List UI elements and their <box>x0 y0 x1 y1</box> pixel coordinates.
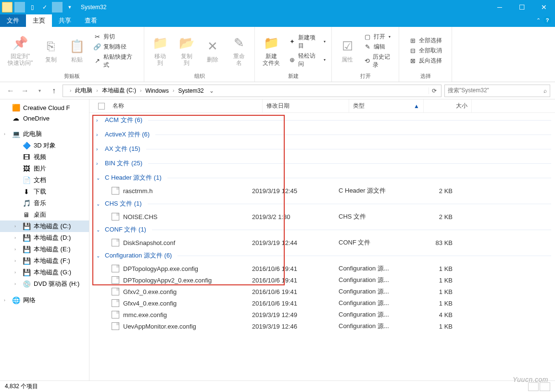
tree-item[interactable]: ☁OneDrive <box>0 113 89 123</box>
back-button[interactable]: ← <box>5 85 16 97</box>
tab-home[interactable]: 主页 <box>26 14 52 27</box>
view-details-button[interactable] <box>528 382 539 391</box>
tree-item[interactable]: ›💾本地磁盘 (G:) <box>0 267 89 278</box>
tree-item-label: 本地磁盘 (E:) <box>34 245 71 254</box>
tree-item-label: 图片 <box>34 164 46 173</box>
tree-item[interactable]: 🖼图片 <box>0 163 89 174</box>
recent-dropdown[interactable]: ▾ <box>34 85 45 97</box>
nav-tree[interactable]: 🟧Creative Cloud F☁OneDrive›💻此电脑🔷3D 对象🎞视频… <box>0 99 89 380</box>
view-icons-button[interactable] <box>540 382 550 391</box>
tree-item[interactable]: ›💾本地磁盘 (F:) <box>0 255 89 267</box>
group-header[interactable]: ⌄Configuration 源文件 (6) <box>89 248 555 263</box>
maximize-button[interactable]: ☐ <box>511 0 533 14</box>
group-header[interactable]: ›ActiveX 控件 (6) <box>89 127 555 142</box>
qat-item[interactable]: ✓ <box>39 2 50 12</box>
select-all-checkbox[interactable] <box>98 103 105 110</box>
qat-dropdown[interactable]: ▼ <box>64 2 75 12</box>
edit-icon: ✎ <box>364 43 371 50</box>
group-header[interactable]: ›AX 文件 (15) <box>89 142 555 156</box>
group-header[interactable]: ⌄CONF 文件 (1) <box>89 222 555 237</box>
tree-item[interactable]: 🔷3D 对象 <box>0 140 89 151</box>
group-header[interactable]: ⌄C Header 源文件 (1) <box>89 171 555 185</box>
file-icon <box>112 311 119 318</box>
tree-item-icon: 🎵 <box>22 199 31 207</box>
file-row[interactable]: UevAppMonitor.exe.config2019/3/19 12:46C… <box>89 320 555 332</box>
file-icon <box>112 213 119 220</box>
copyto-button[interactable]: 📂复制到 <box>175 34 198 68</box>
file-row[interactable]: rasctrnm.h2019/3/19 12:45C Header 源文件2 K… <box>89 185 555 196</box>
tree-item[interactable]: 📄文档 <box>0 174 89 186</box>
file-row[interactable]: DPTopologyApp.exe.config2016/10/6 19:41C… <box>89 263 555 274</box>
rename-button[interactable]: ✎重命名 <box>227 34 251 68</box>
tree-item-icon: 💾 <box>22 234 31 242</box>
tree-item[interactable]: 🎞视频 <box>0 151 89 163</box>
history-button[interactable]: ⟲历史记录 <box>362 52 395 70</box>
qat-item[interactable]: ▯ <box>27 2 38 12</box>
tree-item[interactable]: 🟧Creative Cloud F <box>0 102 89 113</box>
tree-item[interactable]: ›💻此电脑 <box>0 128 89 140</box>
address-bar[interactable]: › 此电脑› 本地磁盘 (C:)› Windows› System32 ⌄ ⟳ <box>63 85 441 97</box>
col-name[interactable]: 名称 <box>109 99 263 112</box>
tree-item-label: DVD 驱动器 (H:) <box>34 280 79 288</box>
up-button[interactable]: ↑ <box>48 85 60 97</box>
tree-item-icon: 💾 <box>22 257 31 265</box>
file-list: 名称 修改日期 类型▲ 大小 ›ACM 文件 (6)›ActiveX 控件 (6… <box>89 99 555 380</box>
group-header[interactable]: ›ACM 文件 (6) <box>89 113 555 127</box>
file-row[interactable]: DPTopologyAppv2_0.exe.config2016/10/6 19… <box>89 274 555 286</box>
invert-select-button[interactable]: ⊠反向选择 <box>407 56 444 65</box>
file-row[interactable]: Gfxv4_0.exe.config2016/10/6 19:41Configu… <box>89 297 555 309</box>
tab-view[interactable]: 查看 <box>78 14 104 27</box>
properties-button[interactable]: ☑属性 <box>336 37 359 65</box>
copy-button[interactable]: ⎘ 复制 <box>39 37 63 65</box>
file-row[interactable]: Gfxv2_0.exe.config2016/10/6 19:41Configu… <box>89 286 555 297</box>
delete-button[interactable]: ✕删除 <box>201 37 224 65</box>
select-none-button[interactable]: ⊟全部取消 <box>407 46 444 55</box>
tree-item-label: 视频 <box>34 153 46 161</box>
help-icon[interactable]: ? <box>543 16 551 24</box>
group-header[interactable]: ›BIN 文件 (25) <box>89 156 555 171</box>
refresh-icon[interactable]: ⟳ <box>429 87 439 94</box>
moveto-button[interactable]: 📁移动到 <box>148 34 172 68</box>
new-folder-button[interactable]: 📁新建 文件夹 <box>259 34 284 68</box>
tree-item[interactable]: ›💿DVD 驱动器 (H:) <box>0 278 89 290</box>
tree-item[interactable]: 🖥桌面 <box>0 209 89 220</box>
file-icon <box>112 187 119 195</box>
easy-access-button[interactable]: ⊕轻松访问▾ <box>287 51 328 69</box>
new-item-button[interactable]: ✦新建项目▾ <box>287 33 328 50</box>
open-button[interactable]: ▢打开▾ <box>362 32 395 41</box>
select-none-icon: ⊟ <box>409 47 416 55</box>
collapse-ribbon-icon[interactable]: ⌃ <box>536 17 541 24</box>
tree-item[interactable]: ⬇下载 <box>0 186 89 197</box>
tree-item-label: 桌面 <box>34 210 46 219</box>
tree-item[interactable]: ›💾本地磁盘 (E:) <box>0 244 89 255</box>
tab-share[interactable]: 共享 <box>52 14 78 27</box>
close-button[interactable]: ✕ <box>533 0 555 14</box>
select-all-button[interactable]: ⊞全部选择 <box>407 36 444 45</box>
tree-item[interactable]: ›💾本地磁盘 (C:) <box>0 220 89 232</box>
paste-shortcut-button[interactable]: ↗粘贴快捷方式 <box>91 52 140 70</box>
paste-button[interactable]: 📋 粘贴 <box>65 37 88 65</box>
pin-button[interactable]: 📌 固定到" 快速访问" <box>4 34 37 68</box>
cut-button[interactable]: ✂剪切 <box>91 32 140 41</box>
tree-item[interactable]: ›💾本地磁盘 (D:) <box>0 232 89 244</box>
rename-icon: ✎ <box>231 36 247 51</box>
search-input[interactable]: 搜索"System32" ⌕ <box>444 85 550 97</box>
tree-item[interactable]: ›🌐网络 <box>0 294 89 306</box>
file-row[interactable]: DiskSnapshot.conf2019/3/19 12:44CONF 文件8… <box>89 237 555 248</box>
edit-button[interactable]: ✎编辑 <box>362 42 395 51</box>
tree-item-icon: 🔷 <box>22 142 31 149</box>
col-date[interactable]: 修改日期 <box>263 99 349 112</box>
paste-icon: 📋 <box>69 39 85 54</box>
minimize-button[interactable]: ─ <box>489 0 511 14</box>
copy-path-button[interactable]: 🔗复制路径 <box>91 42 140 51</box>
tree-item[interactable]: 🎵音乐 <box>0 197 89 209</box>
forward-button[interactable]: → <box>19 85 31 97</box>
file-row[interactable]: NOISE.CHS2019/3/2 1:30CHS 文件2 KB <box>89 211 555 222</box>
tab-file[interactable]: 文件 <box>0 14 26 27</box>
col-size[interactable]: 大小 <box>424 99 472 112</box>
addr-dropdown-icon[interactable]: ⌄ <box>208 87 215 94</box>
tree-item-icon: 💿 <box>22 280 31 288</box>
file-row[interactable]: mmc.exe.config2019/3/19 12:49Configurati… <box>89 309 555 320</box>
col-type[interactable]: 类型▲ <box>349 99 424 112</box>
group-header[interactable]: ⌄CHS 文件 (1) <box>89 196 555 211</box>
